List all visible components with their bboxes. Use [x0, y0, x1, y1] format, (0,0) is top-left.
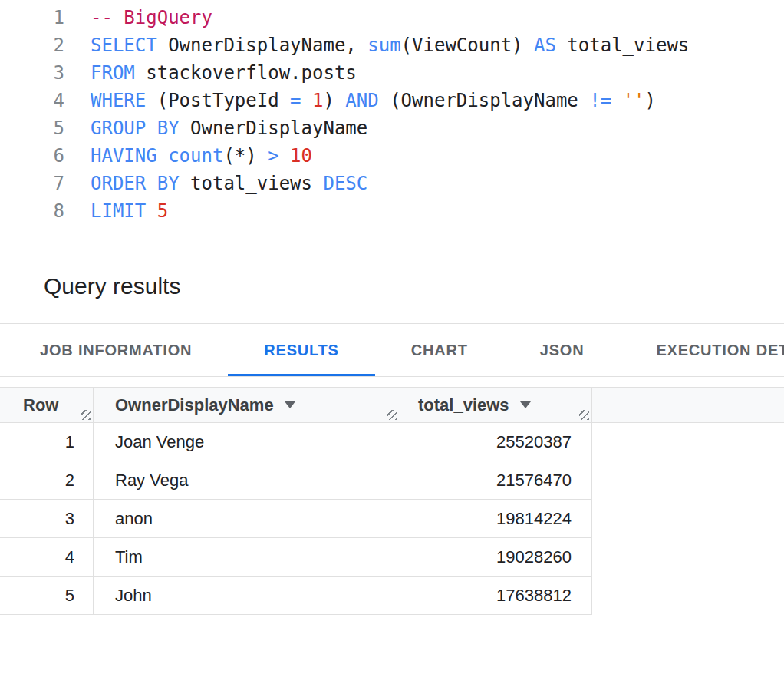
- token-plain: [279, 145, 290, 167]
- header-filler: [592, 388, 784, 422]
- token-plain: (ViewCount): [401, 35, 534, 56]
- tab-job-information[interactable]: JOB INFORMATION: [4, 324, 228, 376]
- row-column-header: Row: [0, 388, 94, 422]
- views-column-header: total_views: [400, 388, 592, 422]
- code-text: WHERE (PostTypeId = 1) AND (OwnerDisplay…: [91, 87, 656, 114]
- token-number: 10: [290, 145, 312, 167]
- table-row: 3anon19814224: [0, 500, 592, 538]
- token-plain: OwnerDisplayName: [180, 117, 368, 139]
- token-keyword: ORDER BY: [91, 173, 180, 194]
- token-operator: !=: [589, 90, 611, 111]
- code-line: 7ORDER BY total_views DESC: [0, 170, 784, 197]
- line-number: 4: [0, 87, 64, 114]
- code-line: 5GROUP BY OwnerDisplayName: [0, 114, 784, 142]
- column-resize-handle[interactable]: [387, 410, 397, 420]
- views-column-header-label: total_views: [418, 395, 509, 415]
- line-number: 3: [0, 59, 64, 87]
- tab-execution-details[interactable]: EXECUTION DETAILS: [620, 324, 784, 376]
- token-operator: >: [268, 145, 278, 167]
- sql-editor[interactable]: 1-- BigQuery2SELECT OwnerDisplayName, su…: [0, 0, 784, 249]
- row-index-cell: 3: [0, 500, 94, 537]
- code-line: 6HAVING count(*) > 10: [0, 142, 784, 170]
- tab-json[interactable]: JSON: [504, 324, 621, 376]
- views-cell: 17638812: [400, 577, 592, 614]
- token-plain: [611, 90, 622, 111]
- line-number: 7: [0, 170, 64, 197]
- column-dropdown-icon[interactable]: [285, 401, 295, 408]
- views-cell: 19814224: [400, 500, 592, 537]
- token-plain: stackoverflow.posts: [135, 62, 357, 84]
- code-text: -- BigQuery: [91, 4, 212, 31]
- views-cell: 19028260: [400, 538, 592, 576]
- code-lines: 1-- BigQuery2SELECT OwnerDisplayName, su…: [0, 4, 784, 225]
- token-string: '': [623, 90, 645, 111]
- token-number: 5: [157, 200, 168, 222]
- row-index-cell: 4: [0, 538, 94, 576]
- line-number: 5: [0, 114, 64, 142]
- code-text: HAVING count(*) > 10: [91, 142, 312, 170]
- token-plain: OwnerDisplayName,: [157, 35, 368, 56]
- code-line: 2SELECT OwnerDisplayName, sum(ViewCount)…: [0, 31, 784, 59]
- row-index-cell: 2: [0, 461, 94, 499]
- token-plain: (*): [223, 145, 268, 167]
- table-body: 1Joan Venge255203872Ray Vega215764703ano…: [0, 423, 592, 615]
- token-keyword: count: [168, 145, 223, 167]
- views-cell: 25520387: [400, 423, 592, 461]
- line-number: 8: [0, 197, 64, 225]
- token-keyword: AND: [345, 90, 378, 111]
- code-text: ORDER BY total_views DESC: [91, 170, 367, 197]
- code-line: 4WHERE (PostTypeId = 1) AND (OwnerDispla…: [0, 87, 784, 114]
- owner-cell: anon: [94, 500, 400, 537]
- token-keyword: WHERE: [91, 90, 146, 111]
- token-plain: [157, 145, 168, 167]
- token-keyword: LIMIT: [91, 200, 146, 222]
- token-plain: ): [323, 90, 345, 111]
- code-text: GROUP BY OwnerDisplayName: [91, 114, 367, 142]
- token-plain: [146, 200, 156, 222]
- owner-column-header: OwnerDisplayName: [94, 388, 400, 422]
- token-plain: total_views: [180, 173, 324, 194]
- line-number: 1: [0, 4, 64, 31]
- token-keyword: SELECT: [91, 35, 157, 56]
- code-line: 1-- BigQuery: [0, 4, 784, 31]
- token-number: 1: [312, 90, 323, 111]
- token-keyword: HAVING: [91, 145, 157, 167]
- code-text: FROM stackoverflow.posts: [91, 59, 357, 87]
- owner-cell: Joan Venge: [94, 423, 400, 461]
- views-cell: 21576470: [400, 461, 592, 499]
- results-tab-bar: JOB INFORMATIONRESULTSCHARTJSONEXECUTION…: [0, 323, 784, 377]
- code-text: SELECT OwnerDisplayName, sum(ViewCount) …: [91, 31, 689, 59]
- token-keyword: GROUP BY: [91, 117, 180, 139]
- column-resize-handle[interactable]: [81, 410, 91, 420]
- code-line: 8LIMIT 5: [0, 197, 784, 225]
- column-dropdown-icon[interactable]: [520, 401, 531, 408]
- line-number: 2: [0, 31, 64, 59]
- line-number: 6: [0, 142, 64, 170]
- token-comment: -- BigQuery: [91, 7, 212, 28]
- token-plain: total_views: [556, 35, 689, 56]
- code-text: LIMIT 5: [91, 197, 168, 225]
- owner-cell: John: [94, 577, 400, 614]
- row-index-cell: 5: [0, 577, 94, 614]
- token-operator: =: [290, 90, 301, 111]
- bigquery-results-page: 1-- BigQuery2SELECT OwnerDisplayName, su…: [0, 0, 784, 615]
- row-index-cell: 1: [0, 423, 94, 461]
- token-plain: ): [645, 90, 656, 111]
- column-resize-handle[interactable]: [579, 410, 589, 420]
- table-header-row: Row OwnerDisplayName total_views: [0, 387, 784, 423]
- owner-cell: Tim: [94, 538, 400, 576]
- token-plain: (PostTypeId: [146, 90, 290, 111]
- table-row: 2Ray Vega21576470: [0, 461, 592, 500]
- token-keyword: sum: [367, 35, 400, 56]
- tab-chart[interactable]: CHART: [375, 324, 504, 376]
- token-keyword: FROM: [91, 62, 135, 84]
- results-table: Row OwnerDisplayName total_views 1Joan V…: [0, 387, 784, 615]
- code-line: 3FROM stackoverflow.posts: [0, 59, 784, 87]
- table-row: 1Joan Venge25520387: [0, 423, 592, 461]
- token-keyword: AS: [534, 35, 556, 56]
- query-results-title: Query results: [44, 273, 180, 299]
- tab-results[interactable]: RESULTS: [228, 324, 374, 376]
- token-plain: [301, 90, 312, 111]
- owner-column-header-label: OwnerDisplayName: [115, 395, 274, 415]
- token-plain: (OwnerDisplayName: [379, 90, 590, 111]
